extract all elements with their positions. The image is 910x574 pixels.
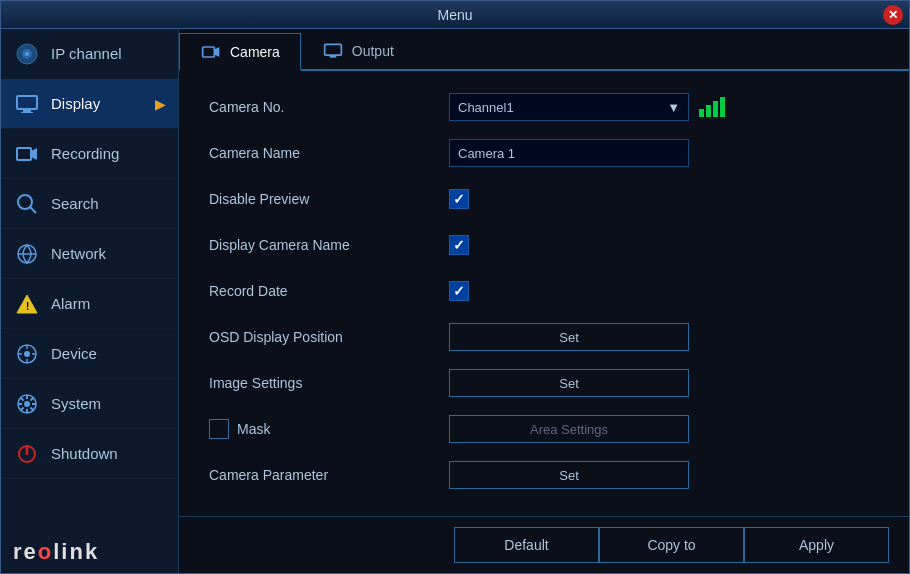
osd-display-control: Set xyxy=(449,323,879,351)
camera-name-input[interactable] xyxy=(449,139,689,167)
alarm-icon: ! xyxy=(13,290,41,318)
tab-bar: Camera Output xyxy=(179,29,909,71)
camera-name-control xyxy=(449,139,879,167)
camera-name-row: Camera Name xyxy=(209,137,879,169)
display-camera-name-checkbox[interactable] xyxy=(449,235,469,255)
system-icon xyxy=(13,390,41,418)
display-camera-name-control xyxy=(449,235,879,255)
search-icon xyxy=(13,190,41,218)
camera-param-set-button[interactable]: Set xyxy=(449,461,689,489)
sidebar-item-device[interactable]: Device xyxy=(1,329,178,379)
osd-display-row: OSD Display Position Set xyxy=(209,321,879,353)
disable-preview-label: Disable Preview xyxy=(209,191,449,207)
sidebar-item-alarm[interactable]: ! Alarm xyxy=(1,279,178,329)
svg-line-27 xyxy=(31,407,34,410)
dropdown-arrow-icon: ▼ xyxy=(667,100,680,115)
svg-line-28 xyxy=(31,397,34,400)
shutdown-icon xyxy=(13,440,41,468)
sidebar-label-ip-channel: IP channel xyxy=(51,45,122,62)
disable-preview-row: Disable Preview xyxy=(209,183,879,215)
display-camera-name-label: Display Camera Name xyxy=(209,237,449,253)
title-bar: Menu ✕ xyxy=(1,1,909,29)
sidebar-item-recording[interactable]: Recording xyxy=(1,129,178,179)
sidebar-label-device: Device xyxy=(51,345,97,362)
camera-param-label: Camera Parameter xyxy=(209,467,449,483)
camera-no-row: Camera No. Channel1 ▼ xyxy=(209,91,879,123)
camera-name-label: Camera Name xyxy=(209,145,449,161)
recording-icon xyxy=(13,140,41,168)
signal-strength-icon xyxy=(699,97,725,117)
copy-to-button[interactable]: Copy to xyxy=(599,527,744,563)
default-button[interactable]: Default xyxy=(454,527,599,563)
sidebar-item-system[interactable]: System xyxy=(1,379,178,429)
svg-point-15 xyxy=(24,351,30,357)
logo-area: reolink xyxy=(1,531,178,573)
bar4 xyxy=(720,97,725,117)
output-tab-icon xyxy=(322,40,344,62)
area-settings-button[interactable]: Area Settings xyxy=(449,415,689,443)
svg-line-9 xyxy=(30,207,36,213)
image-settings-label: Image Settings xyxy=(209,375,449,391)
bar3 xyxy=(713,101,718,117)
apply-button[interactable]: Apply xyxy=(744,527,889,563)
sidebar-label-alarm: Alarm xyxy=(51,295,90,312)
disable-preview-checkbox[interactable] xyxy=(449,189,469,209)
tab-camera-label: Camera xyxy=(230,44,280,60)
main-content: Camera Output Camera No. xyxy=(179,29,909,573)
sidebar-label-display: Display xyxy=(51,95,100,112)
mask-label-area: Mask xyxy=(209,419,449,439)
reolink-logo: reolink xyxy=(13,539,166,565)
osd-display-label: OSD Display Position xyxy=(209,329,449,345)
svg-rect-6 xyxy=(17,148,31,160)
svg-rect-32 xyxy=(203,47,215,57)
svg-point-21 xyxy=(24,401,30,407)
tab-output-label: Output xyxy=(352,43,394,59)
camera-no-select[interactable]: Channel1 ▼ xyxy=(449,93,689,121)
record-date-checkbox[interactable] xyxy=(449,281,469,301)
image-set-button[interactable]: Set xyxy=(449,369,689,397)
content-area: IP channel Display ▶ xyxy=(1,29,909,573)
tab-output[interactable]: Output xyxy=(301,33,415,69)
sidebar-item-shutdown[interactable]: Shutdown xyxy=(1,429,178,479)
display-arrow-icon: ▶ xyxy=(155,96,166,112)
sidebar-label-shutdown: Shutdown xyxy=(51,445,118,462)
camera-no-control: Channel1 ▼ xyxy=(449,93,879,121)
sidebar-label-system: System xyxy=(51,395,101,412)
image-settings-control: Set xyxy=(449,369,879,397)
sidebar-item-ip-channel[interactable]: IP channel xyxy=(1,29,178,79)
main-window: Menu ✕ IP channel xyxy=(0,0,910,574)
mask-checkbox[interactable] xyxy=(209,419,229,439)
camera-no-label: Camera No. xyxy=(209,99,449,115)
sidebar-item-search[interactable]: Search xyxy=(1,179,178,229)
record-date-control xyxy=(449,281,879,301)
bottom-bar: Default Copy to Apply xyxy=(179,516,909,573)
image-settings-row: Image Settings Set xyxy=(209,367,879,399)
svg-rect-5 xyxy=(21,112,33,113)
sidebar: IP channel Display ▶ xyxy=(1,29,179,573)
svg-rect-35 xyxy=(329,55,336,57)
display-icon xyxy=(13,90,41,118)
svg-point-8 xyxy=(18,195,32,209)
camera-param-control: Set xyxy=(449,461,879,489)
record-date-label: Record Date xyxy=(209,283,449,299)
camera-icon xyxy=(13,40,41,68)
osd-set-button[interactable]: Set xyxy=(449,323,689,351)
sidebar-label-search: Search xyxy=(51,195,99,212)
sidebar-label-network: Network xyxy=(51,245,106,262)
sidebar-item-display[interactable]: Display ▶ xyxy=(1,79,178,129)
form-area: Camera No. Channel1 ▼ xyxy=(179,71,909,516)
svg-line-26 xyxy=(21,397,24,400)
tab-camera[interactable]: Camera xyxy=(179,33,301,71)
network-icon xyxy=(13,240,41,268)
svg-rect-34 xyxy=(324,44,341,55)
mask-control: Area Settings xyxy=(449,415,879,443)
svg-point-2 xyxy=(25,52,29,56)
svg-rect-3 xyxy=(17,96,37,109)
mask-label: Mask xyxy=(237,421,270,437)
svg-text:!: ! xyxy=(26,301,29,312)
disable-preview-control xyxy=(449,189,879,209)
camera-tab-icon xyxy=(200,41,222,63)
close-button[interactable]: ✕ xyxy=(883,5,903,25)
sidebar-item-network[interactable]: Network xyxy=(1,229,178,279)
svg-rect-4 xyxy=(23,109,31,112)
